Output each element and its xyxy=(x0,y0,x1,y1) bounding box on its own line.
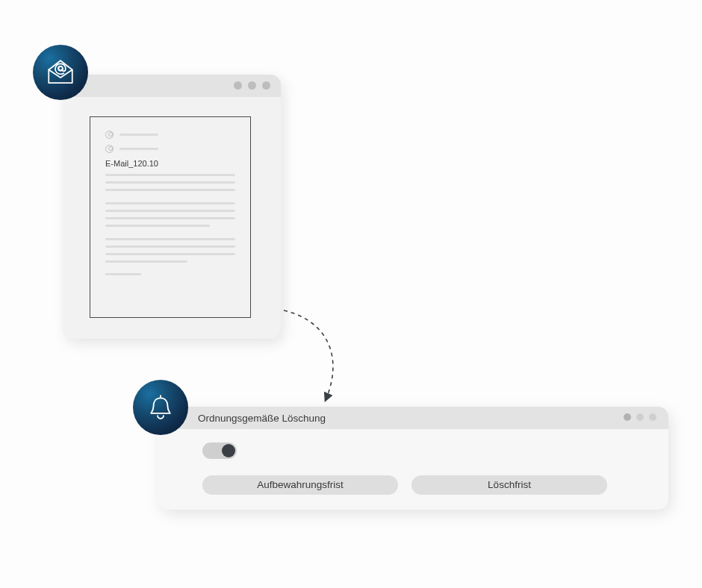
placeholder-line xyxy=(119,134,158,136)
placeholder-line xyxy=(105,174,235,176)
window-dot xyxy=(262,81,270,90)
placeholder-line xyxy=(105,245,235,248)
document-recipient-row xyxy=(105,145,235,153)
email-window-titlebar xyxy=(63,75,281,97)
email-at-envelope-icon xyxy=(45,57,76,88)
document-subject: E-Mail_120.10 xyxy=(105,159,235,168)
toggle-knob xyxy=(222,444,235,457)
document-body xyxy=(105,174,235,275)
window-control-dots xyxy=(624,413,656,421)
person-icon xyxy=(105,145,114,153)
deletion-panel-title: Ordnungsgemäße Löschung xyxy=(198,413,326,424)
placeholder-line xyxy=(105,181,235,184)
placeholder-line xyxy=(105,260,187,263)
email-window: E-Mail_120.10 xyxy=(63,75,281,339)
window-dot xyxy=(624,413,631,421)
placeholder-line xyxy=(105,253,235,255)
window-dot xyxy=(248,81,256,90)
placeholder-line xyxy=(105,189,235,191)
placeholder-line xyxy=(105,210,235,212)
retention-period-button[interactable]: Aufbewahrungsfrist xyxy=(202,475,398,495)
deletion-options-row: Aufbewahrungsfrist Löschfrist xyxy=(202,475,655,495)
document-sender-row xyxy=(105,131,235,139)
placeholder-line xyxy=(119,148,158,150)
window-dot xyxy=(234,81,242,90)
placeholder-line xyxy=(105,217,235,219)
deletion-panel-titlebar: Ordnungsgemäße Löschung xyxy=(158,407,668,429)
window-control-dots xyxy=(234,81,270,90)
placeholder-line xyxy=(105,202,235,204)
email-badge xyxy=(33,45,88,100)
window-dot xyxy=(636,413,644,421)
deletion-panel: Ordnungsgemäße Löschung Aufbewahrungsfri… xyxy=(158,407,668,510)
bell-badge xyxy=(133,380,188,435)
placeholder-line xyxy=(105,225,210,227)
placeholder-line xyxy=(105,273,141,275)
deletion-deadline-button[interactable]: Löschfrist xyxy=(411,475,607,495)
person-icon xyxy=(105,131,114,139)
flow-arrow xyxy=(276,306,348,410)
placeholder-line xyxy=(105,238,235,240)
email-document-sheet: E-Mail_120.10 xyxy=(90,116,251,318)
bell-icon xyxy=(146,393,175,422)
deletion-panel-body: Aufbewahrungsfrist Löschfrist xyxy=(158,429,668,495)
window-dot xyxy=(649,413,656,421)
deletion-toggle[interactable] xyxy=(202,442,237,459)
